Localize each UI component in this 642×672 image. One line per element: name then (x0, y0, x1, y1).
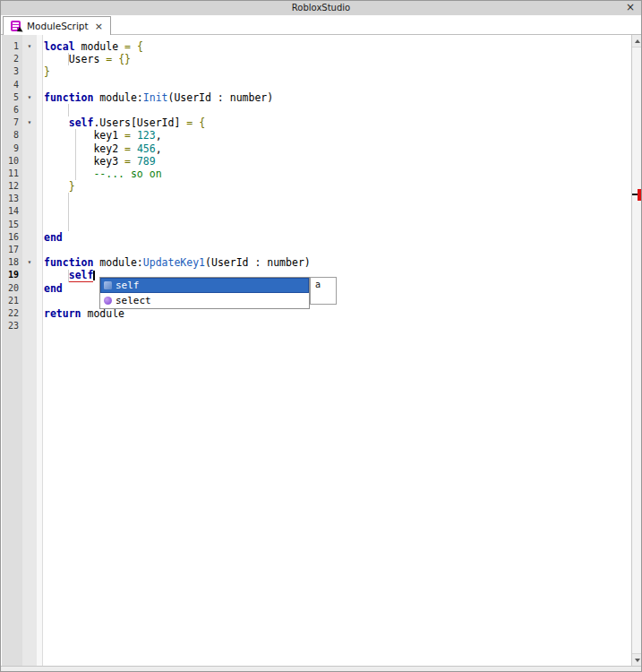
code-line[interactable]: 7▾ self.Users[UserId] = { (2, 116, 629, 129)
fold-gutter-cell (22, 79, 37, 91)
fold-gutter-cell (22, 244, 37, 256)
line-number[interactable]: 9 (2, 142, 22, 155)
line-number[interactable]: 8 (2, 129, 22, 142)
fold-arrow-icon[interactable]: ▾ (22, 40, 37, 53)
code-line[interactable]: 16end (2, 231, 629, 244)
autocomplete-item-label: self (116, 280, 140, 291)
code-line[interactable]: 15 (2, 219, 629, 231)
code-text[interactable]: function module:Init(UserId : number) (42, 91, 629, 104)
line-number[interactable]: 3 (2, 65, 22, 78)
window-close-icon[interactable]: × (626, 1, 635, 15)
line-number[interactable]: 17 (2, 244, 22, 256)
code-line[interactable]: 9 key2 = 456, (2, 142, 629, 155)
code-text[interactable]: end (42, 231, 629, 244)
autocomplete-item-select[interactable]: select (100, 293, 309, 308)
code-line[interactable]: 6 (2, 104, 629, 116)
code-text[interactable]: Users = {} (42, 53, 629, 65)
code-text[interactable]: key1 = 123, (42, 129, 629, 142)
code-line[interactable]: 4 (2, 79, 629, 91)
horizontal-scrollbar[interactable] (1, 666, 641, 672)
script-editor[interactable]: 1▾local module = {2 Users = {}3}45▾funct… (1, 35, 641, 671)
fold-gutter-cell (22, 53, 37, 65)
code-line[interactable]: 17 (2, 244, 629, 256)
line-number[interactable]: 18 (2, 256, 22, 269)
code-text[interactable]: self.Users[UserId] = { (42, 116, 629, 129)
line-number[interactable]: 15 (2, 219, 22, 231)
fold-gutter-cell (22, 295, 37, 307)
code-text[interactable]: key3 = 789 (42, 155, 629, 168)
cube-icon (104, 281, 112, 289)
code-text[interactable] (42, 193, 629, 205)
code-text[interactable]: key2 = 456, (42, 142, 629, 155)
autocomplete-item-self[interactable]: self (100, 278, 309, 293)
code-line[interactable]: 3} (2, 65, 629, 78)
code-line[interactable]: 23 (2, 320, 629, 332)
line-number[interactable]: 7 (2, 116, 22, 129)
code-text[interactable] (42, 79, 629, 91)
code-text[interactable] (42, 320, 629, 332)
text-caret (93, 271, 95, 280)
scroll-up-button[interactable] (632, 35, 642, 47)
line-number[interactable]: 10 (2, 155, 22, 168)
line-number[interactable]: 4 (2, 79, 22, 91)
line-number[interactable]: 6 (2, 104, 22, 116)
code-text[interactable] (42, 205, 629, 218)
code-text[interactable]: return module (42, 307, 629, 320)
fold-gutter-cell (22, 219, 37, 231)
code-line[interactable]: 8 key1 = 123, (2, 129, 629, 142)
line-number[interactable]: 12 (2, 180, 22, 193)
autocomplete-popup: selfselect (99, 277, 310, 309)
code-line[interactable]: 2 Users = {} (2, 53, 629, 65)
fold-gutter-cell (22, 180, 37, 193)
fold-gutter-cell (22, 282, 37, 295)
line-number[interactable]: 20 (2, 282, 22, 295)
line-number[interactable]: 21 (2, 295, 22, 307)
autocomplete-doc-tooltip: a (310, 277, 337, 305)
line-number[interactable]: 19 (2, 269, 22, 281)
line-number[interactable]: 14 (2, 205, 22, 218)
fold-gutter-cell (22, 155, 37, 168)
fold-gutter-cell (22, 320, 37, 332)
line-number[interactable]: 16 (2, 231, 22, 244)
vertical-scrollbar[interactable] (631, 35, 642, 666)
line-number[interactable]: 1 (2, 40, 22, 53)
fold-gutter-cell (22, 104, 37, 116)
code-line[interactable]: 18▾function module:UpdateKey1(UserId : n… (2, 256, 629, 269)
fold-arrow-icon[interactable]: ▾ (22, 91, 37, 104)
fold-gutter-cell (22, 193, 37, 205)
fold-gutter-cell (22, 269, 37, 281)
fold-arrow-icon[interactable]: ▾ (22, 116, 37, 129)
line-number[interactable]: 11 (2, 168, 22, 180)
code-text[interactable] (42, 244, 629, 256)
line-number[interactable]: 22 (2, 307, 22, 320)
fold-gutter-cell (22, 307, 37, 320)
code-text[interactable] (42, 219, 629, 231)
code-line[interactable]: 12 } (2, 180, 629, 193)
code-text[interactable]: local module = { (42, 40, 629, 53)
code-line[interactable]: 11 --... so on (2, 168, 629, 180)
code-text[interactable]: } (42, 65, 629, 78)
line-number[interactable]: 13 (2, 193, 22, 205)
fold-arrow-icon[interactable]: ▾ (22, 256, 37, 269)
fold-gutter-cell (22, 129, 37, 142)
scrollbar-error-marker (638, 189, 642, 201)
fold-gutter-cell (22, 205, 37, 218)
line-number[interactable]: 23 (2, 320, 22, 332)
code-line[interactable]: 13 (2, 193, 629, 205)
code-line[interactable]: 14 (2, 205, 629, 218)
code-line[interactable]: 1▾local module = { (2, 40, 629, 53)
code-text[interactable] (42, 104, 629, 116)
line-number[interactable]: 5 (2, 91, 22, 104)
code-line[interactable]: 10 key3 = 789 (2, 155, 629, 168)
code-text[interactable]: } (42, 180, 629, 193)
code-line[interactable]: 22return module (2, 307, 629, 320)
code-text[interactable]: function module:UpdateKey1(UserId : numb… (42, 256, 629, 269)
scroll-down-button[interactable] (632, 653, 642, 666)
code-text[interactable]: --... so on (42, 168, 629, 180)
tab-modulescript[interactable]: ModuleScript × (3, 16, 111, 35)
line-number[interactable]: 2 (2, 53, 22, 65)
code-line[interactable]: 5▾function module:Init(UserId : number) (2, 91, 629, 104)
tab-close-icon[interactable]: × (95, 21, 103, 32)
autocomplete-item-label: select (116, 295, 151, 306)
title-bar[interactable]: RobloxStudio × (1, 1, 641, 16)
